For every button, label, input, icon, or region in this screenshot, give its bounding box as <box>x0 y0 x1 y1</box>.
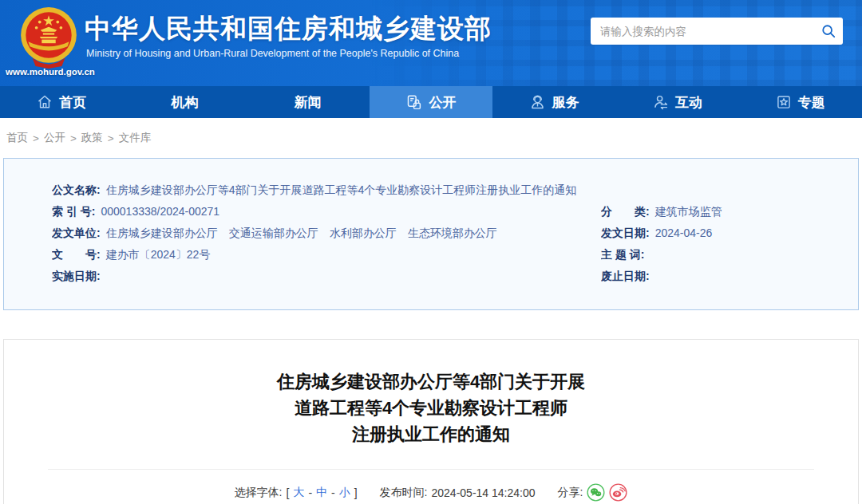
meta-label: 发文单位: <box>52 226 101 239</box>
font-size-separator: - <box>308 486 312 499</box>
font-select-label: 选择字体: <box>235 486 283 500</box>
meta-value: 建办市〔2024〕22号 <box>106 248 211 261</box>
weibo-share-button[interactable] <box>609 483 627 502</box>
font-size-separator: - <box>331 486 335 499</box>
nav-item-disclosure[interactable]: 公开 <box>370 86 492 118</box>
search-button[interactable] <box>814 18 843 45</box>
meta-label: 文 号: <box>52 248 101 261</box>
breadcrumb-home[interactable]: 首页 <box>6 131 28 145</box>
site-header: www.mohurd.gov.cn 中华人民共和国住房和城乡建设部 Minist… <box>0 0 862 86</box>
meta-category: 分 类:建筑市场监管 <box>601 201 850 222</box>
meta-issue-date: 发文日期:2024-04-26 <box>601 222 850 244</box>
nav-label: 互动 <box>675 93 702 112</box>
search-icon <box>821 24 836 38</box>
nav-item-home[interactable]: 首页 <box>0 86 123 118</box>
meta-label: 主 题 词: <box>601 248 644 261</box>
wechat-share-button[interactable] <box>587 483 605 502</box>
meta-value: 建筑市场监管 <box>655 205 722 218</box>
meta-label: 公文名称: <box>52 183 101 196</box>
breadcrumb-library[interactable]: 文件库 <box>119 131 152 145</box>
meta-issuing-unit: 发文单位:住房城乡建设部办公厅 交通运输部办公厅 水利部办公厅 生态环境部办公厅 <box>52 222 601 244</box>
font-bracket-close: ] <box>354 486 358 499</box>
site-title-cn: 中华人民共和国住房和城乡建设部 <box>85 11 492 47</box>
breadcrumb-separator: > <box>33 132 39 144</box>
section-gap <box>0 310 862 339</box>
breadcrumb-separator: > <box>70 132 77 144</box>
meta-label: 废止日期: <box>601 270 650 282</box>
font-bracket-open: [ <box>286 486 289 499</box>
share-label: 分享: <box>558 486 583 500</box>
nav-item-services[interactable]: 服务 <box>492 86 615 118</box>
national-emblem-logo <box>16 4 81 69</box>
meta-label: 实施日期: <box>52 270 101 282</box>
publish-time-label: 发布时间: <box>380 486 428 500</box>
nav-item-orgs[interactable]: 机构 <box>123 86 246 118</box>
meta-value: 住房城乡建设部办公厅 交通运输部办公厅 水利部办公厅 生态环境部办公厅 <box>106 226 497 239</box>
meta-repeal-date: 废止日期: <box>601 266 850 287</box>
nav-item-topics[interactable]: 专题 <box>739 86 862 118</box>
article-box: 住房城乡建设部办公厅等4部门关于开展 道路工程等4个专业勘察设计工程师 注册执业… <box>3 339 859 504</box>
meta-label: 索 引 号: <box>52 205 95 218</box>
nav-label: 机构 <box>171 93 198 112</box>
article-title: 住房城乡建设部办公厅等4部门关于开展 道路工程等4个专业勘察设计工程师 注册执业… <box>4 368 858 447</box>
meta-value: 住房城乡建设部办公厅等4部门关于开展道路工程等4个专业勘察设计工程师注册执业工作… <box>106 183 577 196</box>
document-meta-box: 公文名称:住房城乡建设部办公厅等4部门关于开展道路工程等4个专业勘察设计工程师注… <box>3 158 859 310</box>
nav-label: 首页 <box>59 93 86 112</box>
wechat-icon <box>587 483 605 502</box>
nav-label: 专题 <box>798 93 825 112</box>
breadcrumb-disclosure[interactable]: 公开 <box>44 131 65 145</box>
meta-label: 分 类: <box>601 205 650 218</box>
main-nav: 首页 机构 新闻 公开 服务 <box>0 86 862 118</box>
disclosure-doc-lock-icon <box>405 94 422 111</box>
font-size-small-button[interactable]: 小 <box>339 486 350 500</box>
font-size-large-button[interactable]: 大 <box>293 486 304 500</box>
meta-value: 000013338/2024-00271 <box>101 205 219 218</box>
article-title-line: 住房城乡建设部办公厅等4部门关于开展 <box>4 368 858 395</box>
font-size-selector: 选择字体: [ 大 - 中 - 小 ] <box>235 486 358 500</box>
meta-impl-date: 实施日期: <box>52 266 601 287</box>
home-icon <box>37 94 53 110</box>
share-controls: 分享: <box>558 483 628 502</box>
breadcrumb: 首页 > 公开 > 政策 > 文件库 <box>0 118 862 158</box>
article-info-row: 选择字体: [ 大 - 中 - 小 ] 发布时间: 2024-05-14 14:… <box>4 483 858 502</box>
search-box <box>591 18 843 45</box>
font-size-medium-button[interactable]: 中 <box>316 486 327 500</box>
meta-index-no: 索 引 号:000013338/2024-00271 <box>52 201 601 222</box>
site-url: www.mohurd.gov.cn <box>3 67 97 77</box>
article-divider <box>48 469 814 470</box>
nav-item-interaction[interactable]: 互动 <box>615 86 738 118</box>
service-person-icon <box>529 94 546 111</box>
nav-label: 新闻 <box>295 93 322 112</box>
meta-value: 2024-04-26 <box>655 226 713 239</box>
meta-label: 发文日期: <box>601 226 650 239</box>
meta-doc-name: 公文名称:住房城乡建设部办公厅等4部门关于开展道路工程等4个专业勘察设计工程师注… <box>52 179 850 201</box>
weibo-icon <box>609 483 627 502</box>
breadcrumb-separator: > <box>108 132 114 144</box>
article-title-line: 注册执业工作的通知 <box>4 421 858 447</box>
topics-star-icon <box>776 94 792 110</box>
publish-time: 发布时间: 2024-05-14 14:24:00 <box>380 486 536 500</box>
search-input[interactable] <box>591 18 814 45</box>
breadcrumb-policy[interactable]: 政策 <box>81 131 103 145</box>
site-title-en: Ministry of Housing and Urban-Rural Deve… <box>86 48 459 59</box>
meta-subject-words: 主 题 词: <box>601 244 850 266</box>
interaction-person-arrows-icon <box>652 94 669 111</box>
nav-item-news[interactable]: 新闻 <box>247 86 370 118</box>
article-title-line: 道路工程等4个专业勘察设计工程师 <box>4 395 858 421</box>
nav-label: 服务 <box>552 93 579 112</box>
nav-label: 公开 <box>429 93 456 112</box>
meta-doc-no: 文 号:建办市〔2024〕22号 <box>52 244 601 266</box>
publish-time-value: 2024-05-14 14:24:00 <box>432 486 536 499</box>
